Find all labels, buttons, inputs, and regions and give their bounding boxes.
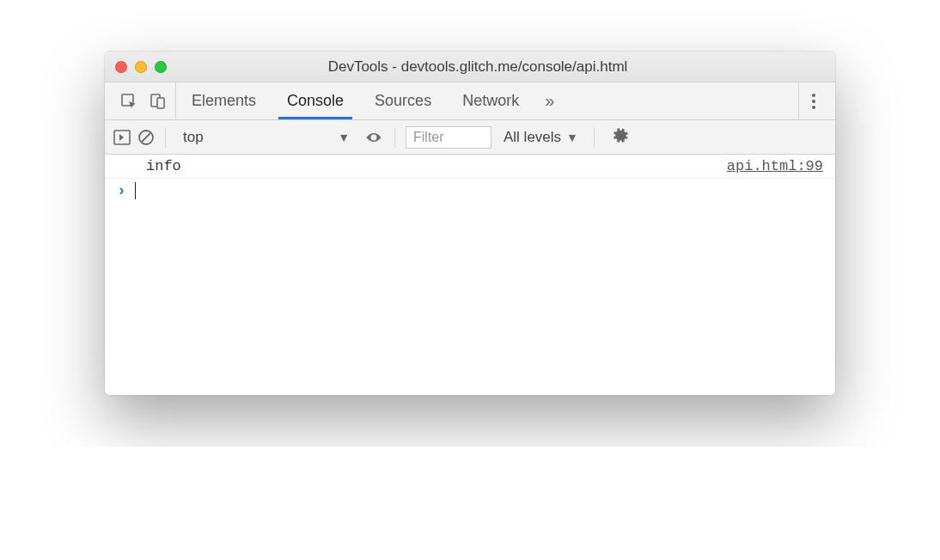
panel-tabs-row: Elements Console Sources Network »	[105, 82, 835, 120]
console-log-message: info	[146, 158, 181, 174]
close-window-button[interactable]	[115, 61, 127, 73]
svg-rect-2	[157, 98, 164, 108]
context-selector[interactable]: top ▼	[176, 125, 357, 149]
clear-console-icon[interactable]	[137, 129, 155, 146]
chevron-down-icon: ▼	[338, 131, 350, 144]
tab-sources[interactable]: Sources	[359, 82, 447, 119]
inspect-tools	[112, 82, 176, 119]
tabs-overflow-button[interactable]: »	[534, 82, 565, 119]
console-log-row: info api.html:99	[105, 155, 835, 179]
console-log-source-link[interactable]: api.html:99	[727, 158, 823, 174]
toolbar-divider	[165, 127, 166, 148]
console-body: info api.html:99 ›	[105, 155, 835, 395]
log-levels-selector[interactable]: All levels ▼	[498, 129, 583, 146]
svg-point-4	[812, 100, 815, 103]
tab-network[interactable]: Network	[447, 82, 534, 119]
more-options-button[interactable]	[798, 82, 828, 119]
inspect-element-icon[interactable]	[120, 93, 137, 110]
tab-console[interactable]: Console	[272, 82, 359, 119]
toggle-sidebar-icon[interactable]	[113, 130, 131, 145]
console-settings-icon[interactable]	[605, 127, 632, 148]
window-title: DevTools - devtools.glitch.me/console/ap…	[131, 58, 825, 76]
toolbar-divider	[394, 127, 395, 148]
svg-point-3	[812, 94, 815, 97]
svg-line-8	[142, 133, 150, 142]
device-toolbar-icon[interactable]	[150, 93, 167, 110]
console-prompt[interactable]: ›	[105, 179, 835, 203]
prompt-caret-icon: ›	[117, 182, 126, 199]
filter-input[interactable]	[406, 126, 491, 149]
tab-elements[interactable]: Elements	[176, 82, 272, 119]
chevron-down-icon: ▼	[566, 131, 578, 144]
panel-tabs: Elements Console Sources Network »	[176, 82, 565, 119]
live-expression-icon[interactable]	[363, 131, 384, 144]
console-toolbar: top ▼ All levels ▼	[105, 120, 835, 155]
toolbar-divider	[594, 127, 595, 148]
context-selector-label: top	[183, 129, 204, 146]
titlebar: DevTools - devtools.glitch.me/console/ap…	[105, 52, 835, 82]
log-levels-label: All levels	[504, 129, 561, 146]
devtools-window: DevTools - devtools.glitch.me/console/ap…	[105, 52, 835, 395]
text-cursor	[135, 182, 136, 199]
svg-point-5	[812, 106, 815, 109]
